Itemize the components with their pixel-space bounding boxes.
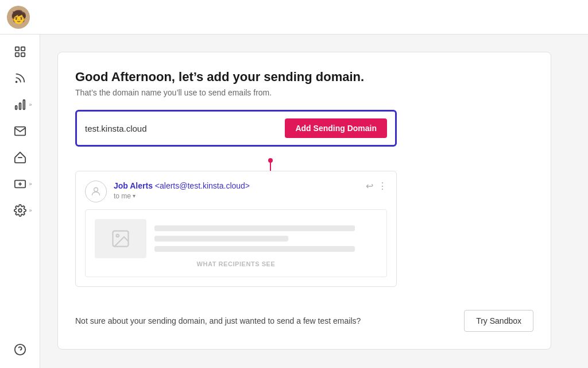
sidebar-item-settings[interactable]: » <box>7 199 33 222</box>
svg-point-17 <box>117 235 119 237</box>
svg-rect-1 <box>21 47 24 51</box>
svg-rect-6 <box>19 103 21 109</box>
sender-name: Job Alerts <box>114 181 153 190</box>
chevron-right-icon-settings: » <box>29 208 32 213</box>
sidebar-item-help[interactable] <box>7 338 33 361</box>
image-placeholder-icon <box>95 219 146 258</box>
sidebar-item-mail-open[interactable] <box>7 146 33 169</box>
arrow-dot <box>268 158 273 163</box>
chevron-right-icon-billing: » <box>29 181 32 187</box>
content-card: Good Afternoon, let’s add your sending d… <box>57 52 551 350</box>
sidebar-item-mail[interactable] <box>7 120 33 143</box>
reply-icon[interactable]: ↩ <box>366 181 373 191</box>
email-meta: Job Alerts <alerts@test.kinsta.cloud> to… <box>114 181 359 200</box>
svg-rect-0 <box>15 47 18 51</box>
svg-rect-2 <box>15 53 18 56</box>
sidebar-bottom <box>7 338 33 361</box>
placeholder-line-3 <box>154 246 355 252</box>
email-avatar-icon <box>85 181 107 202</box>
svg-point-15 <box>94 187 98 191</box>
sidebar-item-billing[interactable]: » <box>7 172 33 195</box>
sidebar-item-analytics[interactable]: » <box>7 93 33 116</box>
placeholder-line-2 <box>154 236 288 241</box>
top-bar: 🧒 <box>0 0 588 34</box>
greeting-subtitle: That’s the domain name you’ll use to sen… <box>75 88 533 97</box>
email-actions: ↩ ⋮ <box>366 181 387 191</box>
svg-rect-3 <box>21 53 24 56</box>
svg-rect-7 <box>15 106 17 109</box>
domain-input-box: Add Sending Domain <box>75 110 397 147</box>
main-content: Good Afternoon, let’s add your sending d… <box>40 34 588 368</box>
svg-point-4 <box>16 82 17 83</box>
svg-rect-5 <box>23 100 25 110</box>
avatar[interactable]: 🧒 <box>7 6 30 29</box>
email-header: Job Alerts <alerts@test.kinsta.cloud> to… <box>85 181 387 202</box>
sidebar-item-dashboard[interactable] <box>7 40 33 63</box>
try-sandbox-button[interactable]: Try Sandbox <box>464 310 533 332</box>
add-domain-button[interactable]: Add Sending Domain <box>285 118 387 138</box>
what-recipients-label: WHAT RECIPIENTS SEE <box>95 260 377 267</box>
email-from: Job Alerts <alerts@test.kinsta.cloud> <box>114 181 359 192</box>
placeholder-line-1 <box>154 225 355 231</box>
sidebar: » » » <box>0 34 40 368</box>
dropdown-arrow-icon[interactable]: ▾ <box>133 193 136 199</box>
sender-address: <alerts@test.kinsta.cloud> <box>155 181 250 190</box>
greeting-title: Good Afternoon, let’s add your sending d… <box>75 70 533 85</box>
chevron-right-icon: » <box>29 102 32 108</box>
sandbox-section: Not sure about your sending domain, and … <box>75 304 533 332</box>
more-options-icon[interactable]: ⋮ <box>378 181 387 191</box>
email-preview-card: Job Alerts <alerts@test.kinsta.cloud> to… <box>75 171 397 287</box>
svg-point-12 <box>18 209 22 212</box>
email-to: to me ▾ <box>114 192 359 200</box>
email-body-placeholder: WHAT RECIPIENTS SEE <box>85 209 387 277</box>
domain-input[interactable] <box>85 124 279 133</box>
arrow-connector <box>75 158 397 171</box>
text-placeholder <box>154 225 377 252</box>
sidebar-item-rss[interactable] <box>7 67 33 90</box>
sandbox-text: Not sure about your sending domain, and … <box>75 315 452 327</box>
